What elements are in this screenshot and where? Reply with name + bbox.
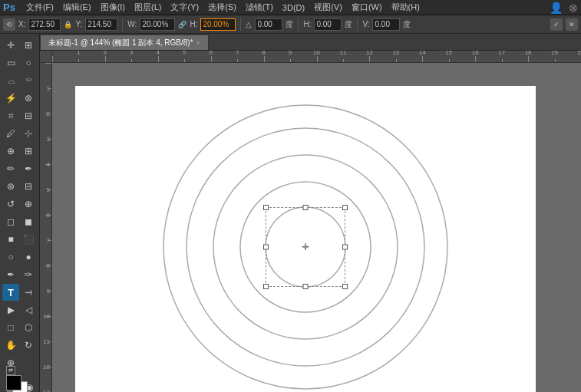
tool-lasso[interactable]: ⌓ [2, 72, 19, 89]
y-label: Y: [75, 20, 82, 28]
menu-layer[interactable]: 图层(L) [130, 0, 166, 15]
tool-hand[interactable]: ✋ [2, 337, 19, 354]
degree1: 度 [286, 19, 293, 30]
h-input[interactable] [200, 18, 236, 31]
ruler-top: 1234567891011121314151617181920 [52, 51, 581, 63]
transform-icon: ⟲ [3, 18, 15, 31]
tool-eyedropper[interactable]: 🖊 [2, 125, 19, 142]
main-area: ✛ ⊞ ▭ ○ ⌓ ⌔ ⚡ ⊛ ⌗ ⊟ 🖊 ⊹ ⊕ ⊞ ✏ ✒ [0, 34, 581, 392]
tool-magic-wand[interactable]: ⊛ [20, 90, 37, 107]
tool-rotate-view[interactable]: ↻ [20, 337, 37, 354]
tool-bg-eraser[interactable]: ◼ [20, 213, 37, 230]
menu-help[interactable]: 帮助(H) [387, 0, 424, 15]
foreground-color-swatch[interactable] [6, 375, 21, 390]
tab-close-btn[interactable]: × [196, 39, 200, 47]
angle-input[interactable] [255, 18, 282, 31]
cancel-icon[interactable]: ✕ [566, 18, 578, 31]
commit-icon[interactable]: ✓ [550, 18, 563, 31]
lock-icon: 🔒 [64, 21, 72, 28]
tool-select-ellipse[interactable]: ○ [20, 54, 37, 71]
menu-filter[interactable]: 滤镜(T) [241, 0, 278, 15]
tool-custom-shape[interactable]: ⬡ [20, 319, 37, 336]
circles-svg [75, 86, 536, 392]
menubar: Ps 文件(F) 编辑(E) 图像(I) 图层(L) 文字(Y) 选择(S) 滤… [0, 0, 581, 15]
document-tab[interactable]: 未标题-1 @ 144% (椭圆 1 副本 4, RGB/8)* × [40, 35, 209, 50]
menu-window[interactable]: 窗口(W) [347, 0, 387, 15]
menu-file[interactable]: 文件(F) [21, 0, 58, 15]
v-label: V: [362, 20, 369, 28]
y-input[interactable] [85, 18, 117, 31]
w-label: W: [127, 20, 137, 28]
swap-colors-icon[interactable]: ⇌ [6, 366, 15, 375]
degree3: 度 [403, 19, 411, 30]
v-input[interactable] [372, 18, 400, 31]
menu-view[interactable]: 视图(V) [309, 0, 347, 15]
ruler-canvas-container: 1234567891011121314151617181920 12345678… [40, 51, 581, 392]
angle-label: △ [246, 20, 252, 28]
x-label: X: [18, 20, 25, 28]
canvas-document: ✛ [75, 86, 536, 392]
tool-dodge[interactable]: ○ [2, 249, 19, 265]
tool-crop[interactable]: ⌗ [2, 107, 19, 124]
ruler-left: 12345678910111213 [40, 63, 52, 392]
tool-direct-select[interactable]: ◁ [20, 301, 37, 318]
tab-label: 未标题-1 @ 144% (椭圆 1 副本 4, RGB/8)* [48, 38, 193, 48]
tool-burn[interactable]: ● [20, 249, 37, 265]
tool-history[interactable]: ↺ [2, 196, 19, 212]
options-bar: ⟲ X: 🔒 Y: W: 🔗 H: △ 度 H: 度 V: 度 ✓ ✕ [0, 15, 581, 34]
tool-move[interactable]: ✛ [2, 37, 19, 54]
h-label: H: [190, 20, 197, 28]
tab-bar: 未标题-1 @ 144% (椭圆 1 副本 4, RGB/8)* × [40, 34, 581, 51]
user-icon: 👤 [550, 2, 563, 14]
tool-pattern[interactable]: ⊟ [20, 178, 37, 195]
menu-select[interactable]: 选择(S) [203, 0, 241, 15]
tools-panel: ✛ ⊞ ▭ ○ ⌓ ⌔ ⚡ ⊛ ⌗ ⊟ 🖊 ⊹ ⊕ ⊞ ✏ ✒ [0, 34, 40, 392]
tool-path-select[interactable]: ▶ [2, 301, 19, 318]
tool-select-rect[interactable]: ▭ [2, 54, 19, 71]
tool-shape[interactable]: □ [2, 319, 19, 336]
ps-logo: Ps [3, 2, 15, 13]
tool-brush[interactable]: ✏ [2, 160, 19, 177]
tool-slice[interactable]: ⊟ [20, 107, 37, 124]
tool-text[interactable]: T [2, 284, 19, 301]
tool-paint-bucket[interactable]: ⬛ [20, 231, 37, 248]
tool-art-history[interactable]: ⊕ [20, 196, 37, 212]
tool-gradient[interactable]: ■ [2, 231, 19, 248]
tool-heal[interactable]: ⊕ [2, 143, 19, 160]
tool-eraser[interactable]: ◻ [2, 213, 19, 230]
tool-artboard[interactable]: ⊞ [20, 37, 37, 54]
tool-color-sampler[interactable]: ⊹ [20, 125, 37, 142]
tool-pen[interactable]: ✒ [2, 266, 19, 283]
close-icon: ⊗ [569, 2, 578, 14]
canvas-viewport[interactable]: ✛ [52, 63, 581, 392]
h2-input[interactable] [314, 18, 342, 31]
tool-text-v[interactable]: T [20, 284, 37, 301]
ruler-corner [40, 51, 52, 63]
tool-clone[interactable]: ⊛ [2, 178, 19, 195]
tool-extra[interactable] [20, 354, 37, 371]
canvas-area: 未标题-1 @ 144% (椭圆 1 副本 4, RGB/8)* × 12345… [40, 34, 581, 392]
h2-label: H: [303, 20, 311, 28]
menu-image[interactable]: 图像(I) [96, 0, 130, 15]
top-ruler-row: 1234567891011121314151617181920 [40, 51, 581, 63]
link-icon: 🔗 [178, 21, 187, 28]
w-input[interactable] [140, 18, 175, 31]
tool-patch[interactable]: ⊞ [20, 143, 37, 160]
degree2: 度 [345, 19, 352, 30]
tool-pencil[interactable]: ✒ [20, 160, 37, 177]
menu-text[interactable]: 文字(Y) [166, 0, 203, 15]
x-input[interactable] [28, 18, 61, 31]
tool-poly-lasso[interactable]: ⌔ [20, 72, 37, 89]
canvas-with-ruler-area: 12345678910111213 [40, 63, 581, 392]
menu-3d[interactable]: 3D(D) [278, 2, 309, 14]
tool-quick-select[interactable]: ⚡ [2, 90, 19, 107]
menu-edit[interactable]: 编辑(E) [58, 0, 96, 15]
tool-freeform-pen[interactable]: ✑ [20, 266, 37, 283]
